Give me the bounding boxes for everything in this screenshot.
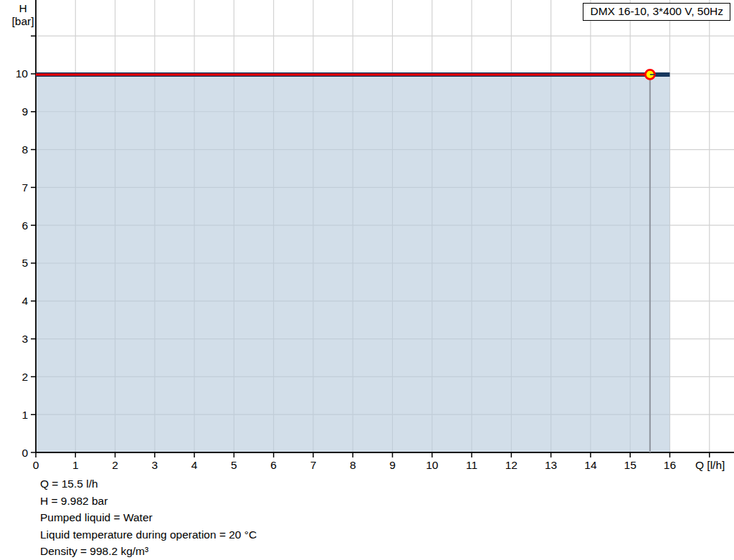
x-axis-title: Q [l/h] [695,459,725,471]
y-axis-tick-label: 0 [22,447,28,459]
x-axis-tick-label: 12 [505,459,518,471]
y-axis-tick-label: 1 [22,409,28,421]
duty-flow-text: Q = 15.5 l/h [40,475,257,493]
x-axis-tick-label: 16 [664,459,676,471]
x-axis-tick-label: 9 [389,459,396,471]
x-axis-tick-label: 15 [624,459,637,471]
curve-legend-label: DMX 16-10, 3*400 V, 50Hz [590,5,723,17]
y-axis-tick-label: 9 [22,105,28,118]
y-axis-tick-label: 6 [22,219,28,232]
curve-area-fill[interactable] [36,75,669,452]
liquid-temperature-text: Liquid temperature during operation = 20… [40,526,257,544]
x-axis-tick-label: 6 [270,459,277,471]
x-axis-tick-label: 14 [584,459,597,471]
y-axis-tick-label: 5 [22,257,28,269]
y-axis-tick-label: 8 [22,143,28,156]
x-axis-tick-label: 7 [310,459,317,471]
y-axis-tick-label: 7 [22,181,28,194]
x-axis-tick-label: 5 [231,459,237,471]
x-axis-tick-label: 3 [152,459,158,471]
y-axis-tick-label: 10 [16,67,29,80]
x-axis-tick-label: 13 [545,459,557,471]
x-axis-tick-label: 11 [466,459,477,471]
y-axis-title: H [bar] [6,2,40,28]
pump-curve-page: 012345678910012345678910111213141516Q [l… [0,0,734,560]
x-axis-tick-label: 10 [426,459,439,471]
x-axis-tick-label: 0 [33,459,39,471]
density-text: Density = 998.2 kg/m³ [40,543,257,560]
chart-canvas: 012345678910012345678910111213141516Q [l… [0,0,734,473]
pumped-liquid-text: Pumped liquid = Water [40,509,257,526]
y-axis-tick-label: 4 [22,295,28,307]
y-axis-title-quantity: H [6,2,40,15]
duty-head-text: H = 9.982 bar [40,493,257,510]
y-axis-title-unit: [bar] [6,15,40,28]
x-axis-tick-label: 8 [350,459,356,471]
curve-legend-box: DMX 16-10, 3*400 V, 50Hz [583,3,730,21]
x-axis-tick-label: 4 [191,459,198,471]
x-axis-tick-label: 1 [72,459,79,471]
x-axis-tick-label: 2 [112,459,118,471]
duty-info-panel: Q = 15.5 l/h H = 9.982 bar Pumped liquid… [40,475,257,560]
y-axis-tick-label: 3 [22,333,28,345]
y-axis-tick-label: 2 [22,371,28,383]
